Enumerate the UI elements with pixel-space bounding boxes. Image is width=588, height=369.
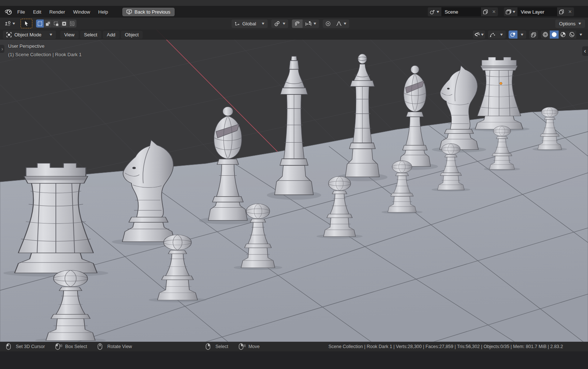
status-bar: Set 3D CursorBox SelectRotate ViewSelect… xyxy=(0,342,588,351)
shading-solid-button[interactable] xyxy=(550,31,559,39)
wireframe-sphere-icon xyxy=(542,32,548,37)
scene-selector: ▼ Scene ✕ xyxy=(428,7,498,16)
editor-type-icon xyxy=(4,21,11,26)
overlays-icon xyxy=(510,32,516,37)
snap-group: ▼ xyxy=(292,19,319,28)
view-layer-datablock-button[interactable]: ▼ xyxy=(504,7,517,16)
keymap-hint: Select xyxy=(205,343,228,350)
overlays-toggle[interactable] xyxy=(509,31,517,39)
view-layer-new-copy-button[interactable] xyxy=(557,7,566,16)
select-mode-extend-button[interactable] xyxy=(44,19,52,28)
chevron-down-icon: ▼ xyxy=(313,22,317,25)
select-mode-set-button[interactable] xyxy=(36,19,44,28)
tool-settings-bar: ▼ xyxy=(0,18,588,29)
mouse-rmb-drag-icon xyxy=(238,343,246,350)
options-label: Options xyxy=(559,21,576,26)
keymap-hint-label: Box Select xyxy=(65,344,87,349)
viewport-canvas[interactable] xyxy=(0,29,588,342)
options-dropdown[interactable]: Options ▼ xyxy=(555,19,585,28)
snap-target-dropdown[interactable]: ▼ xyxy=(303,19,319,28)
overlays-dropdown[interactable]: ▼ xyxy=(517,31,526,39)
select-intersect-icon xyxy=(69,21,75,26)
viewport-menu-object[interactable]: Object xyxy=(121,31,143,39)
chevron-down-icon: ▼ xyxy=(49,33,53,36)
gizmo-icon xyxy=(490,32,495,37)
scene-name-field[interactable]: Scene xyxy=(441,7,481,16)
scene-new-copy-button[interactable] xyxy=(481,7,490,16)
menu-render[interactable]: Render xyxy=(45,8,69,16)
rendered-sphere-icon xyxy=(569,32,575,37)
shading-wireframe-button[interactable] xyxy=(541,31,550,39)
chevron-down-icon: ▼ xyxy=(261,22,265,25)
proportional-falloff-dropdown[interactable]: ▼ xyxy=(334,19,349,28)
chevron-down-icon: ▼ xyxy=(282,22,286,25)
solid-sphere-icon xyxy=(551,32,557,37)
window-top-strip xyxy=(0,0,588,6)
scene-unlink-button[interactable]: ✕ xyxy=(490,7,498,16)
interaction-mode-dropdown[interactable]: Object Mode ▼ xyxy=(3,31,56,39)
select-subtract-icon xyxy=(53,21,59,26)
keymap-hint: Move xyxy=(238,343,260,350)
xray-toggle[interactable] xyxy=(529,31,538,39)
orientation-axes-icon xyxy=(234,21,240,26)
chevron-down-icon: ▼ xyxy=(480,33,485,36)
shading-rendered-button[interactable] xyxy=(567,31,576,39)
object-visibility-dropdown[interactable]: ▼ xyxy=(473,31,485,39)
top-menubar: File Edit Render Window Help Back to Pre… xyxy=(0,6,588,18)
view-layer-name-field[interactable]: View Layer xyxy=(517,7,557,16)
sidebar-expand-tab[interactable]: ‹ xyxy=(582,46,588,56)
keymap-hint-label: Set 3D Cursor xyxy=(16,344,45,349)
active-object-breadcrumb: (1) Scene Collection | Rook Dark 1 xyxy=(8,52,82,57)
menu-edit[interactable]: Edit xyxy=(29,8,45,16)
viewport-menu-view[interactable]: View xyxy=(60,31,79,39)
keymap-hints: Set 3D CursorBox SelectRotate ViewSelect… xyxy=(5,343,269,350)
snap-target-icon xyxy=(305,21,312,26)
view-layer-selector: ▼ View Layer ✕ xyxy=(504,7,574,16)
select-mode-invert-button[interactable] xyxy=(60,19,68,28)
select-mode-subtract-button[interactable] xyxy=(52,19,60,28)
transform-orientation-dropdown[interactable]: Global ▼ xyxy=(232,19,268,28)
viewport-menu-add[interactable]: Add xyxy=(103,31,119,39)
visibility-eye-icon xyxy=(474,32,480,37)
mouse-rmb-icon xyxy=(205,343,213,350)
shading-dropdown[interactable]: ▼ xyxy=(576,31,585,39)
back-to-previous-label: Back to Previous xyxy=(135,9,171,15)
snap-toggle-button[interactable] xyxy=(292,19,303,28)
menu-window[interactable]: Window xyxy=(69,8,94,16)
view-layer-remove-button[interactable]: ✕ xyxy=(566,7,574,16)
object-mode-icon xyxy=(6,32,12,37)
view-layer-icon xyxy=(506,9,512,15)
gizmos-dropdown[interactable]: ▼ xyxy=(497,31,506,39)
chevron-down-icon: ▼ xyxy=(499,33,503,36)
chevron-down-icon: ▼ xyxy=(512,10,516,14)
select-invert-icon xyxy=(61,21,67,26)
chevron-down-icon: ▼ xyxy=(578,33,583,36)
editor-type-dropdown[interactable]: ▼ xyxy=(3,20,17,27)
keymap-hint-label: Select xyxy=(215,344,228,349)
chevron-down-icon: ▼ xyxy=(12,22,16,25)
orientation-label: Global xyxy=(242,21,256,26)
copy-icon xyxy=(559,9,564,14)
proportional-edit-group: ▼ xyxy=(323,19,349,28)
screen-back-icon xyxy=(126,10,132,14)
proportional-edit-toggle[interactable] xyxy=(323,19,334,28)
shading-material-button[interactable] xyxy=(559,31,567,39)
3d-viewport[interactable]: Object Mode ▼ View Select Add Object ▼ xyxy=(0,29,588,342)
back-to-previous-button[interactable]: Back to Previous xyxy=(122,8,175,16)
pivot-point-dropdown[interactable]: ▼ xyxy=(271,19,288,28)
mouse-lmb-icon xyxy=(5,343,13,350)
select-mode-intersect-button[interactable] xyxy=(68,19,76,28)
toolbar-expand-tab[interactable]: › xyxy=(0,45,4,53)
menu-help[interactable]: Help xyxy=(94,8,112,16)
menu-file[interactable]: File xyxy=(13,8,29,16)
gizmos-toggle[interactable] xyxy=(488,31,497,39)
chevron-down-icon: ▼ xyxy=(436,10,440,14)
select-mode-group xyxy=(36,19,76,28)
view-perspective-label: User Perspective xyxy=(8,43,44,49)
scene-datablock-button[interactable]: ▼ xyxy=(428,7,441,16)
blender-logo-icon[interactable] xyxy=(4,8,13,15)
viewport-menu-select[interactable]: Select xyxy=(80,31,101,39)
proportional-circle-icon xyxy=(326,21,331,26)
active-tool-select-box[interactable] xyxy=(21,19,32,28)
keymap-hint: Rotate View xyxy=(97,343,132,350)
